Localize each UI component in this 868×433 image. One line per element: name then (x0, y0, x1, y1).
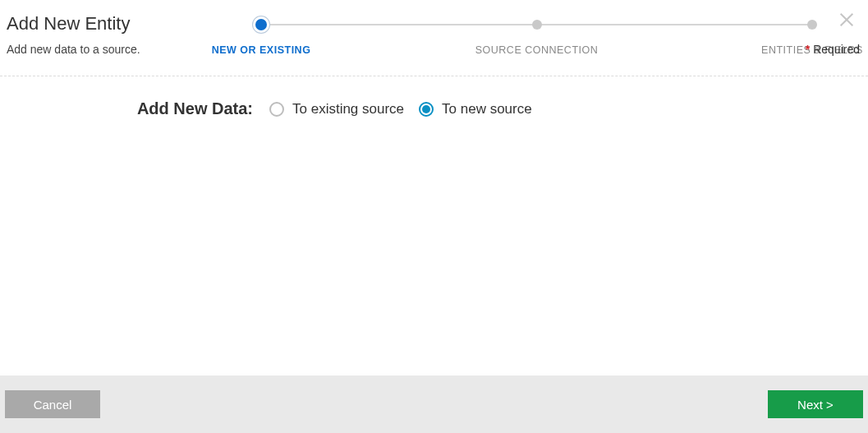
next-button[interactable]: Next > (768, 390, 863, 418)
page-title: Add New Entity (7, 13, 212, 35)
close-icon[interactable] (835, 8, 858, 31)
page-subtitle: Add new data to a source. (7, 43, 212, 56)
required-indicator: * Required (806, 43, 860, 56)
wizard-stepper: NEW OR EXISTING SOURCE CONNECTION ENTITI… (212, 10, 861, 61)
stepper-node-3[interactable] (807, 20, 817, 30)
step-label-source-connection[interactable]: SOURCE CONNECTION (475, 44, 598, 56)
required-asterisk: * (806, 43, 810, 56)
radio-label: To existing source (292, 101, 404, 117)
radio-label: To new source (442, 101, 532, 117)
radio-icon (269, 102, 284, 117)
stepper-node-1[interactable] (255, 19, 267, 30)
radio-option-existing-source[interactable]: To existing source (269, 101, 404, 117)
cancel-button[interactable]: Cancel (5, 390, 100, 418)
footer-bar: Cancel Next > (0, 375, 868, 433)
required-label: Required (813, 43, 860, 56)
stepper-node-2[interactable] (532, 20, 542, 30)
radio-icon (419, 102, 434, 117)
add-new-data-label: Add New Data: (7, 99, 269, 118)
radio-option-new-source[interactable]: To new source (419, 101, 532, 117)
source-radio-group: To existing source To new source (269, 101, 532, 117)
step-label-new-or-existing[interactable]: NEW OR EXISTING (212, 44, 311, 56)
